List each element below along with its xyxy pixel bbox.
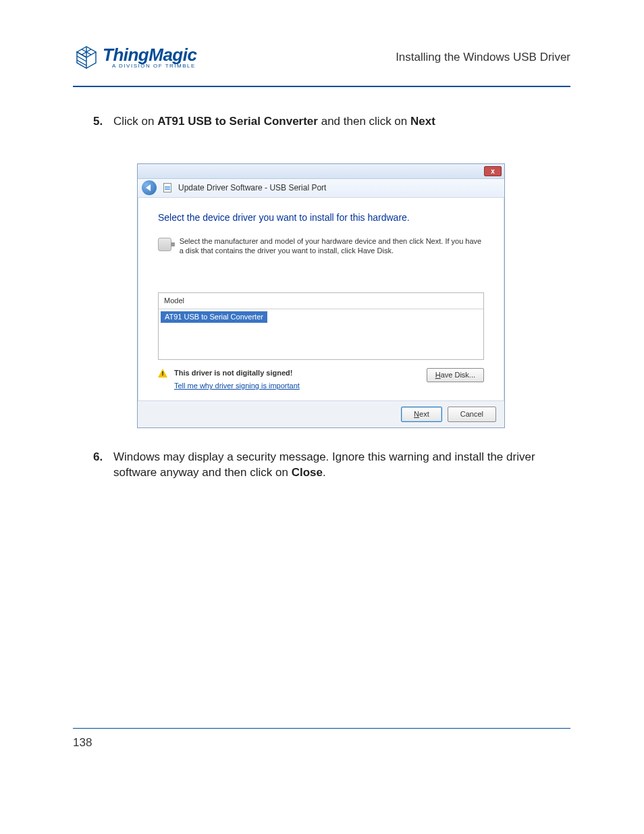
step-5-text-2: and then click on bbox=[318, 115, 410, 128]
next-button[interactable]: Next bbox=[401, 407, 442, 422]
back-button[interactable] bbox=[142, 180, 157, 195]
step-5: 5. Click on AT91 USB to Serial Converter… bbox=[113, 114, 570, 428]
page-number: 138 bbox=[73, 736, 92, 750]
page-header: ThingMagic A DIVISION OF TRIMBLE Install… bbox=[73, 37, 570, 78]
have-disk-button[interactable]: Have Disk... bbox=[427, 368, 484, 382]
step-5-text-1: Click on bbox=[113, 115, 157, 128]
logo-text-main: ThingMagic bbox=[103, 46, 196, 63]
dialog-breadcrumb: Update Driver Software - USB Serial Port bbox=[138, 179, 504, 198]
dialog-footer: Next Cancel bbox=[138, 400, 504, 427]
dialog-heading: Select the device driver you want to ins… bbox=[158, 211, 484, 224]
footer-rule bbox=[73, 728, 570, 729]
step-6-text-2: . bbox=[323, 466, 326, 479]
model-list[interactable]: AT91 USB to Serial Converter bbox=[159, 309, 483, 359]
unsigned-warning-text: This driver is not digitally signed! bbox=[174, 369, 292, 377]
model-list-box: Model AT91 USB to Serial Converter bbox=[158, 292, 484, 360]
dialog-titlebar: x bbox=[138, 164, 504, 179]
step-5-bold-1: AT91 USB to Serial Converter bbox=[157, 115, 318, 128]
warning-icon bbox=[158, 369, 167, 378]
model-column-header: Model bbox=[159, 293, 483, 309]
document-section-title: Installing the Windows USB Driver bbox=[396, 51, 570, 64]
driver-dialog: x Update Driver Software - USB Serial Po… bbox=[137, 163, 505, 428]
cancel-button[interactable]: Cancel bbox=[448, 407, 496, 422]
step-5-number: 5. bbox=[93, 114, 103, 130]
wizard-icon bbox=[163, 183, 171, 192]
signing-info-link[interactable]: Tell me why driver signing is important bbox=[174, 381, 300, 391]
model-item-at91[interactable]: AT91 USB to Serial Converter bbox=[161, 311, 267, 323]
step-6-bold-1: Close bbox=[292, 466, 323, 479]
dialog-description: Select the manufacturer and model of you… bbox=[180, 236, 484, 256]
hardware-icon bbox=[158, 238, 171, 251]
step-6: 6. Windows may display a security messag… bbox=[113, 450, 570, 481]
close-button[interactable]: x bbox=[484, 166, 502, 176]
logo-text-sub: A DIVISION OF TRIMBLE bbox=[103, 63, 196, 69]
breadcrumb-text: Update Driver Software - USB Serial Port bbox=[178, 182, 326, 193]
step-5-bold-2: Next bbox=[410, 115, 435, 128]
step-6-number: 6. bbox=[93, 450, 103, 465]
logo: ThingMagic A DIVISION OF TRIMBLE bbox=[73, 43, 196, 72]
logo-cube-icon bbox=[73, 43, 99, 72]
